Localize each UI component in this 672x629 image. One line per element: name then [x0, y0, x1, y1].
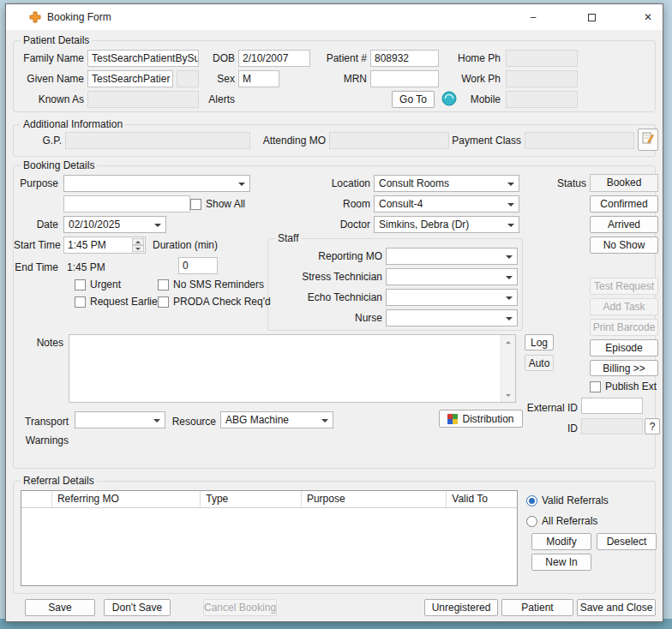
chevron-down-icon	[154, 224, 161, 227]
reporting-mo-select[interactable]	[386, 248, 518, 265]
given-name-field[interactable]: TestSearchPatier	[87, 70, 173, 87]
booking-form-window: Booking Form – ✕ Patient Details Family …	[5, 3, 663, 622]
proda-check-checkbox[interactable]: PRODA Check Req'd	[158, 295, 271, 309]
purpose-extra-field[interactable]	[63, 195, 190, 213]
id-help-button[interactable]: ?	[645, 418, 660, 434]
chevron-down-icon	[321, 419, 328, 422]
date-select[interactable]: 02/10/2025	[63, 216, 166, 233]
staff-group: Staff Reporting MO Stress Technician Ech…	[267, 238, 523, 331]
nurse-select[interactable]	[386, 309, 518, 326]
save-and-close-button[interactable]: Save and Close	[577, 599, 656, 616]
add-task-button[interactable]: Add Task	[590, 298, 658, 315]
purpose-column-header: Purpose	[302, 491, 447, 507]
auto-button[interactable]: Auto	[525, 355, 554, 371]
distribution-button[interactable]: Distribution	[439, 410, 523, 428]
all-referrals-radio[interactable]: All Referrals	[526, 514, 597, 528]
confirmed-button[interactable]: Confirmed	[590, 195, 658, 213]
spinner-down-icon	[135, 248, 141, 250]
referral-table-body[interactable]	[21, 508, 517, 585]
location-select[interactable]: Consult Rooms	[374, 175, 519, 192]
known-as-field[interactable]	[87, 91, 199, 108]
checkbox-box	[590, 381, 601, 392]
start-time-spinner-down[interactable]	[132, 245, 144, 252]
dont-save-button[interactable]: Don't Save	[104, 599, 171, 616]
dob-label: DOB	[189, 50, 235, 67]
print-barcode-button[interactable]: Print Barcode	[590, 319, 658, 336]
no-show-button[interactable]: No Show	[590, 237, 658, 254]
referral-details-legend: Referral Details	[21, 475, 97, 488]
payment-class-label: Payment Class	[451, 132, 521, 149]
notes-scrollbar[interactable]	[501, 335, 515, 402]
attending-mo-field[interactable]	[329, 132, 449, 149]
chevron-down-icon	[238, 183, 245, 186]
mrn-field[interactable]	[370, 70, 439, 87]
unregistered-button[interactable]: Unregistered	[424, 599, 498, 616]
checkbox-box	[158, 297, 169, 308]
end-time-label: End Time	[14, 259, 58, 276]
warnings-label: Warnings	[15, 432, 69, 449]
end-time-value: 1:45 PM	[67, 259, 118, 276]
reporting-mo-label: Reporting MO	[268, 248, 382, 265]
start-time-label: Start Time	[14, 237, 58, 254]
family-name-field[interactable]: TestSearchPatientBySum	[87, 50, 199, 67]
no-sms-reminders-checkbox[interactable]: No SMS Reminders	[158, 278, 264, 291]
log-button[interactable]: Log	[525, 334, 554, 350]
echo-technician-select[interactable]	[386, 289, 518, 306]
payment-class-field[interactable]	[525, 132, 634, 149]
home-phone-field[interactable]	[506, 50, 578, 67]
maximize-icon	[588, 14, 596, 21]
deselect-button[interactable]: Deselect	[597, 533, 657, 550]
id-field[interactable]	[581, 418, 643, 434]
chevron-down-icon	[507, 183, 514, 186]
given-name-label: Given Name	[14, 70, 84, 87]
checkbox-box	[158, 279, 169, 291]
stress-technician-select[interactable]	[386, 268, 518, 285]
test-request-button[interactable]: Test Request	[590, 278, 658, 295]
patient-button[interactable]: Patient	[501, 599, 573, 616]
valid-to-column-header: Valid To	[447, 491, 517, 507]
minimize-button[interactable]: –	[519, 4, 548, 30]
duration-field[interactable]: 0	[178, 257, 218, 274]
close-button[interactable]: ✕	[633, 4, 663, 30]
close-icon: ✕	[644, 11, 652, 23]
edit-pencil-icon	[642, 131, 654, 149]
arrived-button[interactable]: Arrived	[590, 216, 658, 233]
cancel-booking-button[interactable]: Cancel Booking	[203, 599, 277, 616]
external-id-field[interactable]	[581, 398, 643, 414]
purpose-select[interactable]	[63, 175, 250, 192]
billing-button[interactable]: Billing >>	[590, 360, 658, 376]
chevron-down-icon	[506, 297, 513, 300]
mobile-field[interactable]	[506, 91, 578, 108]
show-all-checkbox[interactable]: Show All	[190, 197, 245, 211]
modify-button[interactable]: Modify	[531, 533, 591, 550]
gp-field[interactable]	[65, 132, 250, 149]
save-button[interactable]: Save	[25, 599, 95, 616]
work-phone-field[interactable]	[506, 70, 578, 87]
notes-textarea[interactable]	[69, 334, 516, 403]
episode-button[interactable]: Episode	[590, 339, 658, 356]
start-time-field[interactable]: 1:45 PM	[63, 237, 146, 254]
go-to-button[interactable]: Go To	[392, 91, 435, 108]
sex-field[interactable]: M	[238, 70, 279, 87]
notes-label: Notes	[19, 334, 63, 351]
publish-ext-checkbox[interactable]: Publish Ext	[590, 380, 657, 393]
transport-select[interactable]	[75, 411, 165, 428]
selector-column-header	[21, 491, 52, 507]
doctor-label: Doctor	[298, 216, 370, 233]
edit-payment-class-button[interactable]	[638, 129, 658, 151]
location-label: Location	[298, 175, 370, 192]
new-in-button[interactable]: New In	[531, 554, 591, 571]
sex-label: Sex	[189, 70, 235, 87]
scroll-down-icon[interactable]	[501, 388, 515, 402]
start-time-spinner-up[interactable]	[132, 238, 144, 245]
urgent-checkbox[interactable]: Urgent	[75, 278, 121, 291]
room-select[interactable]: Consult-4	[374, 195, 519, 213]
scroll-up-icon[interactable]	[501, 335, 515, 349]
patient-number-field[interactable]: 808932	[370, 50, 439, 67]
title-bar[interactable]: Booking Form – ✕	[6, 4, 663, 30]
maximize-button[interactable]	[577, 4, 606, 30]
doctor-select[interactable]: Simkins, Debra (Dr)	[374, 216, 519, 233]
request-earlier-checkbox[interactable]: Request Earlier	[75, 295, 161, 309]
valid-referrals-radio[interactable]: Valid Referrals	[526, 494, 609, 507]
resource-select[interactable]: ABG Machine	[220, 411, 333, 428]
